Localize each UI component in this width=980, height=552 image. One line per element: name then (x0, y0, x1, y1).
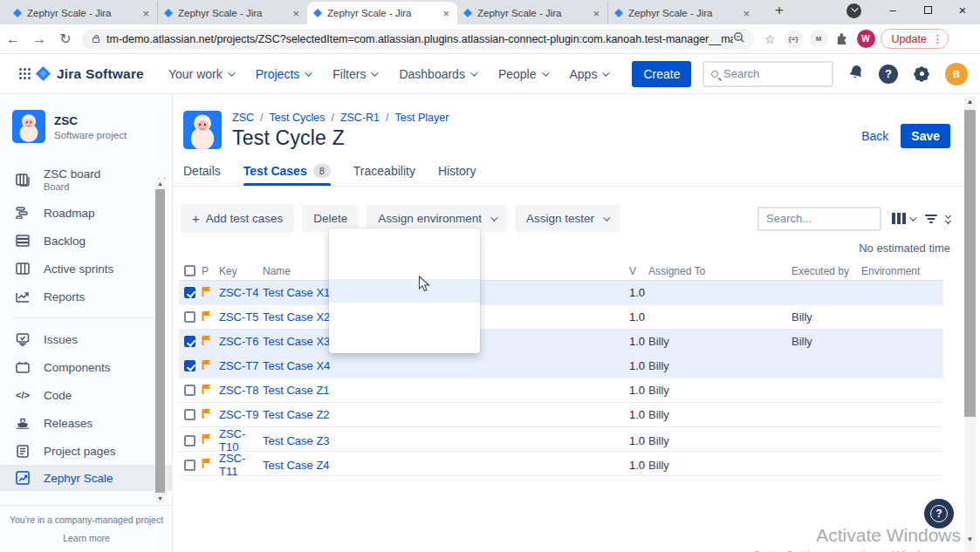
test-case-key-link[interactable]: ZSC-T6 (219, 335, 263, 348)
back-link[interactable]: Back (861, 129, 888, 143)
sidebar-item-backlog[interactable]: Backlog (0, 227, 172, 255)
row-checkbox[interactable] (184, 435, 195, 446)
test-case-name-link[interactable]: Test Case Z4 (263, 459, 629, 472)
notifications-bell-icon[interactable] (847, 64, 865, 85)
tab-close-icon[interactable]: × (441, 7, 451, 20)
back-icon[interactable]: ← (0, 31, 26, 47)
forward-icon[interactable]: → (26, 31, 52, 47)
assigned-to-cell[interactable]: Billy (648, 408, 792, 421)
cycle-tab[interactable]: Details (183, 164, 221, 186)
test-case-key-link[interactable]: ZSC-T11 (219, 452, 263, 478)
tab-close-icon[interactable]: × (591, 7, 601, 20)
save-button[interactable]: Save (901, 124, 950, 148)
test-case-key-link[interactable]: ZSC-T10 (219, 427, 263, 453)
test-case-row[interactable]: ZSC-T8 Test Case Z1 1.0 Billy (179, 378, 943, 403)
sidebar-item-code[interactable]: </> Code (0, 381, 172, 409)
test-case-row[interactable]: ZSC-T6 Test Case X3 1.0 Billy Billy (179, 330, 943, 354)
scroll-up-icon[interactable]: ▲ (155, 179, 165, 188)
chrome-update-button[interactable]: Update ⋮ (881, 29, 949, 49)
test-case-row[interactable]: ZSC-T9 Test Case Z2 1.0 Billy (179, 403, 943, 427)
assigned-to-cell[interactable]: Billy (648, 335, 792, 348)
create-button[interactable]: Create (632, 61, 691, 87)
sidebar-scrollbar-thumb[interactable] (155, 189, 165, 493)
assigned-to-cell[interactable]: Billy (648, 459, 792, 472)
test-case-name-link[interactable]: Test Case Z2 (263, 408, 629, 421)
page-scrollbar-thumb[interactable] (964, 110, 976, 417)
learn-more-link[interactable]: Learn more (5, 533, 168, 543)
sidebar-item-issues[interactable]: Issues (0, 325, 172, 353)
url-text[interactable]: tm-demo.atlassian.net/projects/ZSC?selec… (106, 33, 733, 45)
test-case-key-link[interactable]: ZSC-T8 (219, 384, 263, 397)
nav-menu-item[interactable]: Projects (256, 67, 311, 81)
new-tab-button[interactable]: + (775, 2, 784, 19)
sidebar-item-zephyr-scale[interactable]: Zephyr Scale (0, 465, 172, 491)
add-test-cases-button[interactable]: + Add test cases (181, 204, 294, 233)
assigned-to-cell[interactable]: Billy (648, 359, 792, 372)
assign-tester-button[interactable]: Assign tester (515, 205, 620, 232)
assigned-to-cell[interactable]: Billy (648, 434, 792, 447)
filter-button[interactable] (925, 214, 950, 224)
global-search[interactable] (702, 61, 833, 87)
tab-close-icon[interactable]: × (291, 7, 301, 20)
row-checkbox[interactable] (184, 311, 195, 323)
row-checkbox[interactable] (184, 336, 195, 347)
user-avatar[interactable]: B (945, 63, 968, 85)
extension-1-icon[interactable]: {=} (785, 30, 803, 48)
browser-tab[interactable]: Zephyr Scale - Jira × (607, 2, 757, 24)
nav-menu-item[interactable]: Dashboards (399, 67, 476, 81)
jira-logo[interactable]: Jira Software (36, 66, 144, 82)
scroll-up-icon[interactable]: ▲ (964, 96, 976, 107)
gear-icon[interactable] (912, 65, 931, 84)
browser-tab[interactable]: Zephyr Scale - Jira × (157, 2, 307, 24)
browser-profile-avatar[interactable]: W (857, 30, 875, 48)
environment-option[interactable] (329, 326, 480, 350)
nav-menu-item[interactable]: Filters (332, 67, 376, 81)
test-case-name-link[interactable]: Test Case X4 (263, 359, 629, 372)
sidebar-item-project-pages[interactable]: Project pages (0, 437, 172, 465)
maximize-button[interactable] (910, 0, 945, 21)
tab-close-icon[interactable]: × (140, 7, 151, 20)
test-case-row[interactable]: ZSC-T5 Test Case X2 1.0 Billy (179, 305, 943, 330)
cycle-tab[interactable]: Test Cases 8 (243, 164, 331, 186)
app-switcher-icon[interactable] (19, 68, 22, 71)
assigned-to-cell[interactable]: Billy (648, 384, 792, 397)
browser-tab[interactable]: Zephyr Scale - Jira × (307, 2, 457, 24)
test-case-key-link[interactable]: ZSC-T7 (219, 359, 263, 372)
test-case-key-link[interactable]: ZSC-T4 (219, 286, 263, 299)
breadcrumb-link[interactable]: ZSC (232, 112, 254, 124)
scroll-down-icon[interactable]: ▼ (964, 534, 976, 545)
sidebar-item-zsc-board[interactable]: ZSC boardBoard (0, 160, 172, 199)
zephyr-help-button[interactable]: ? (924, 499, 954, 528)
page-scrollbar[interactable]: ▲ ▼ (964, 96, 976, 552)
address-bar[interactable]: tm-demo.atlassian.net/projects/ZSC?selec… (82, 29, 754, 50)
col-executed[interactable]: Executed by (792, 265, 861, 277)
select-all-checkbox[interactable] (184, 265, 195, 276)
test-case-row[interactable]: ZSC-T7 Test Case X4 1.0 Billy (179, 354, 943, 378)
test-case-key-link[interactable]: ZSC-T5 (219, 310, 263, 324)
col-assigned[interactable]: Assigned To (648, 265, 792, 277)
tab-close-icon[interactable]: × (741, 7, 751, 20)
test-case-row[interactable]: ZSC-T11 Test Case Z4 1.0 Billy (179, 452, 943, 476)
test-case-row[interactable]: ZSC-T10 Test Case Z3 1.0 Billy (179, 427, 943, 452)
col-priority[interactable]: P (202, 265, 219, 277)
table-search-input[interactable] (757, 207, 881, 231)
nav-menu-item[interactable]: Apps (570, 67, 608, 81)
environment-option[interactable] (329, 303, 480, 326)
breadcrumb-link[interactable]: Test Cycles (269, 112, 325, 124)
environment-option[interactable] (329, 232, 480, 256)
col-key[interactable]: Key (219, 265, 263, 277)
breadcrumb-link[interactable]: ZSC-R1 (340, 112, 380, 124)
sidebar-item-components[interactable]: Components (0, 353, 172, 381)
test-case-name-link[interactable]: Test Case Z1 (263, 384, 629, 397)
nav-menu-item[interactable]: Your work (168, 67, 233, 81)
test-case-key-link[interactable]: ZSC-T9 (219, 408, 263, 421)
cycle-tab[interactable]: History (438, 164, 476, 186)
cycle-tab[interactable]: Traceability (353, 164, 415, 186)
col-environment[interactable]: Environment (861, 265, 938, 277)
sidebar-item-active-sprints[interactable]: Active sprints (0, 255, 172, 283)
row-checkbox[interactable] (184, 287, 195, 298)
environment-option[interactable] (329, 256, 480, 279)
row-checkbox[interactable] (184, 409, 195, 420)
help-icon[interactable]: ? (879, 65, 898, 84)
minimize-button[interactable]: – (875, 0, 910, 21)
